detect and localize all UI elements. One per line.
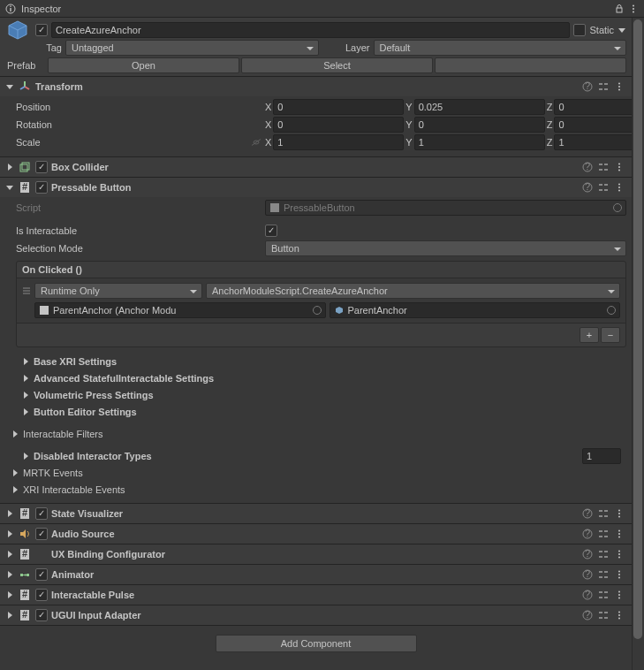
kebab-icon[interactable]: [612, 506, 626, 521]
enable-checkbox[interactable]: [35, 181, 48, 194]
position-z-field[interactable]: [554, 99, 644, 115]
xri-events-foldout[interactable]: XRI Interactable Events: [5, 481, 626, 498]
event-target-field[interactable]: ParentAnchor (Anchor Modu: [34, 302, 326, 318]
kebab-icon[interactable]: [612, 80, 626, 94]
rotation-x-field[interactable]: [273, 117, 404, 133]
kebab-icon[interactable]: [612, 527, 626, 541]
active-checkbox[interactable]: [35, 24, 48, 36]
ugui-input-header[interactable]: # UGUI Input Adapter ?: [0, 605, 632, 625]
kebab-icon[interactable]: [612, 588, 626, 602]
scale-y-field[interactable]: [414, 134, 545, 150]
enable-checkbox[interactable]: [35, 507, 48, 520]
preset-icon[interactable]: [596, 608, 610, 622]
mrtk-events-foldout[interactable]: MRTK Events: [5, 464, 626, 481]
add-event-button[interactable]: +: [580, 327, 599, 343]
svg-text:?: ?: [585, 162, 590, 171]
svg-marker-86: [25, 574, 27, 576]
foldout-icon: [21, 391, 30, 400]
preset-icon[interactable]: [596, 180, 610, 194]
svg-rect-111: [599, 612, 602, 613]
kebab-icon[interactable]: [612, 567, 626, 582]
enable-checkbox[interactable]: [35, 568, 48, 581]
selection-mode-dropdown[interactable]: Button: [265, 240, 626, 256]
volumetric-foldout[interactable]: Volumetric Press Settings: [16, 386, 626, 403]
help-icon[interactable]: ?: [580, 567, 595, 582]
box-collider-component: Box Collider ?: [0, 157, 632, 178]
layer-dropdown[interactable]: Default: [374, 40, 627, 56]
preset-icon[interactable]: [596, 547, 610, 561]
preset-icon[interactable]: [596, 80, 610, 94]
svg-rect-24: [22, 163, 29, 170]
lock-icon[interactable]: [612, 2, 626, 16]
state-visualizer-header[interactable]: # State Visualizer ?: [0, 504, 632, 523]
scrollbar-thumb[interactable]: [633, 19, 642, 639]
kebab-icon[interactable]: [612, 608, 626, 622]
object-picker-icon: [613, 203, 622, 212]
base-xri-foldout[interactable]: Base XRI Settings: [16, 353, 626, 369]
constrain-icon[interactable]: [249, 135, 263, 149]
disabled-types-count-field[interactable]: [582, 448, 621, 464]
kebab-icon[interactable]: [612, 180, 626, 194]
static-checkbox[interactable]: [573, 24, 586, 36]
kebab-icon[interactable]: [626, 2, 640, 16]
disabled-types-foldout[interactable]: Disabled Interactor Types: [16, 447, 626, 464]
preset-icon[interactable]: [596, 160, 610, 174]
enable-checkbox[interactable]: [35, 589, 48, 601]
pressable-button-header[interactable]: # Pressable Button ?: [0, 178, 632, 197]
object-picker-icon[interactable]: [607, 306, 616, 315]
kebab-icon[interactable]: [612, 547, 626, 561]
svg-rect-1: [10, 8, 11, 11]
help-icon[interactable]: ?: [580, 160, 595, 174]
scrollbar[interactable]: [632, 18, 644, 670]
preset-icon[interactable]: [596, 588, 610, 602]
animator-header[interactable]: Animator ?: [0, 565, 632, 584]
tag-dropdown[interactable]: Untagged: [65, 40, 319, 56]
help-icon[interactable]: ?: [580, 180, 595, 194]
advanced-settings-foldout[interactable]: Advanced StatefulInteractable Settings: [16, 369, 626, 386]
function-dropdown[interactable]: AnchorModuleScript.CreateAzureAnchor: [206, 283, 620, 299]
enable-checkbox[interactable]: [35, 528, 48, 540]
enable-checkbox[interactable]: [35, 609, 48, 621]
svg-line-11: [25, 87, 29, 89]
runtime-mode-dropdown[interactable]: Runtime Only: [34, 283, 202, 299]
interactable-pulse-header[interactable]: # Interactable Pulse ?: [0, 585, 632, 605]
static-dropdown-icon[interactable]: [617, 23, 626, 37]
preset-icon[interactable]: [596, 506, 610, 521]
prefab-select-button[interactable]: Select: [241, 57, 433, 73]
scale-z-field[interactable]: [554, 134, 644, 150]
help-icon[interactable]: ?: [580, 527, 595, 541]
help-icon[interactable]: ?: [580, 80, 595, 94]
box-collider-header[interactable]: Box Collider ?: [0, 157, 632, 177]
reorder-icon[interactable]: [22, 284, 31, 298]
help-icon[interactable]: ?: [580, 547, 595, 561]
add-component-button[interactable]: Add Component: [216, 635, 417, 652]
scale-x-field[interactable]: [273, 134, 404, 150]
help-icon[interactable]: ?: [580, 588, 595, 602]
event-arg-field[interactable]: ParentAnchor: [330, 302, 621, 318]
rotation-z-field[interactable]: [554, 117, 644, 133]
help-icon[interactable]: ?: [580, 608, 595, 622]
preset-icon[interactable]: [596, 527, 610, 541]
transform-header[interactable]: Transform ?: [0, 77, 632, 96]
interactable-filters-foldout[interactable]: Interactable Filters: [5, 425, 626, 442]
preset-icon[interactable]: [596, 567, 610, 582]
name-field[interactable]: [51, 22, 570, 38]
button-editor-foldout[interactable]: Button Editor Settings: [16, 403, 626, 420]
svg-marker-62: [20, 529, 26, 538]
remove-event-button[interactable]: −: [601, 327, 620, 343]
prefab-overrides-button[interactable]: [435, 57, 626, 73]
svg-point-104: [618, 591, 620, 593]
prefab-open-button[interactable]: Open: [48, 57, 239, 73]
panel-header: Inspector: [0, 0, 644, 18]
rotation-y-field[interactable]: [414, 117, 545, 133]
position-x-field[interactable]: [273, 99, 404, 115]
enable-checkbox[interactable]: [35, 161, 48, 173]
audio-source-header[interactable]: Audio Source ?: [0, 524, 632, 544]
position-y-field[interactable]: [414, 99, 545, 115]
object-picker-icon[interactable]: [313, 306, 322, 315]
kebab-icon[interactable]: [612, 160, 626, 174]
is-interactable-checkbox[interactable]: [265, 225, 277, 237]
svg-rect-18: [604, 88, 608, 90]
help-icon[interactable]: ?: [580, 506, 595, 521]
ux-binding-header[interactable]: # UX Binding Configurator ?: [0, 544, 632, 564]
